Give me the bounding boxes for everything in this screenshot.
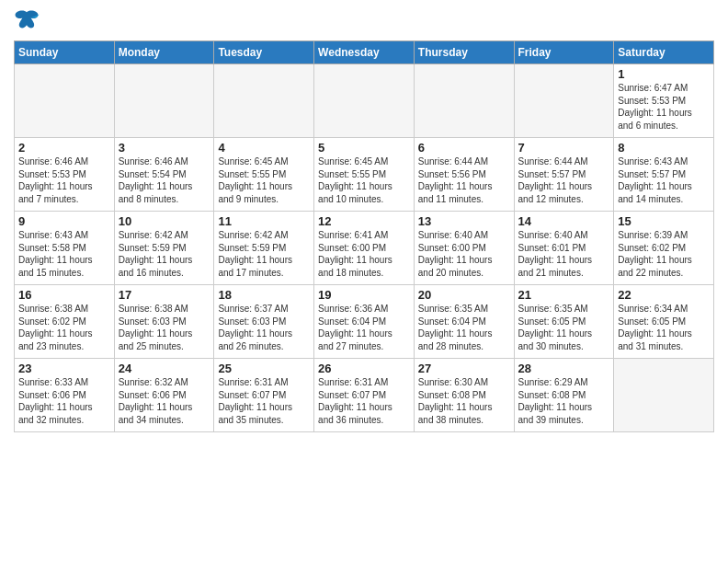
calendar-cell: 7Sunrise: 6:44 AM Sunset: 5:57 PM Daylig…: [514, 138, 614, 212]
day-info: Sunrise: 6:30 AM Sunset: 6:08 PM Dayligh…: [418, 376, 510, 426]
day-info: Sunrise: 6:42 AM Sunset: 5:59 PM Dayligh…: [119, 229, 210, 279]
day-number: 25: [218, 362, 310, 375]
logo: [14, 9, 41, 33]
calendar-cell: 16Sunrise: 6:38 AM Sunset: 6:02 PM Dayli…: [15, 285, 115, 359]
calendar-cell: [514, 64, 614, 138]
header: [14, 9, 714, 33]
day-number: 21: [518, 288, 610, 302]
day-number: 15: [618, 214, 710, 228]
logo-bird-icon: [14, 9, 40, 29]
day-info: Sunrise: 6:29 AM Sunset: 6:08 PM Dayligh…: [518, 376, 610, 426]
day-number: 17: [119, 288, 210, 302]
day-info: Sunrise: 6:38 AM Sunset: 6:02 PM Dayligh…: [18, 303, 110, 352]
day-number: 1: [618, 67, 710, 81]
day-number: 26: [318, 362, 410, 375]
day-number: 24: [119, 362, 210, 375]
day-number: 27: [418, 362, 510, 375]
weekday-header-thursday: Thursday: [414, 41, 514, 64]
day-info: Sunrise: 6:32 AM Sunset: 6:06 PM Dayligh…: [119, 376, 210, 426]
calendar-cell: 20Sunrise: 6:35 AM Sunset: 6:04 PM Dayli…: [414, 285, 514, 359]
calendar-cell: 28Sunrise: 6:29 AM Sunset: 6:08 PM Dayli…: [514, 359, 614, 432]
day-number: 22: [618, 288, 710, 302]
day-info: Sunrise: 6:35 AM Sunset: 6:04 PM Dayligh…: [418, 303, 510, 352]
calendar-cell: [214, 64, 314, 138]
calendar-cell: 22Sunrise: 6:34 AM Sunset: 6:05 PM Dayli…: [614, 285, 714, 359]
calendar-cell: 5Sunrise: 6:45 AM Sunset: 5:55 PM Daylig…: [314, 138, 415, 212]
day-info: Sunrise: 6:47 AM Sunset: 5:53 PM Dayligh…: [618, 82, 710, 132]
day-info: Sunrise: 6:43 AM Sunset: 5:57 PM Dayligh…: [618, 155, 710, 205]
day-info: Sunrise: 6:40 AM Sunset: 6:01 PM Dayligh…: [518, 229, 610, 279]
weekday-header-friday: Friday: [514, 41, 614, 64]
calendar-cell: 19Sunrise: 6:36 AM Sunset: 6:04 PM Dayli…: [314, 285, 415, 359]
calendar-cell: 4Sunrise: 6:45 AM Sunset: 5:55 PM Daylig…: [214, 138, 314, 212]
calendar-cell: 15Sunrise: 6:39 AM Sunset: 6:02 PM Dayli…: [614, 212, 714, 285]
day-info: Sunrise: 6:41 AM Sunset: 6:00 PM Dayligh…: [318, 229, 410, 279]
day-info: Sunrise: 6:44 AM Sunset: 5:56 PM Dayligh…: [418, 155, 510, 205]
day-info: Sunrise: 6:40 AM Sunset: 6:00 PM Dayligh…: [418, 229, 510, 279]
calendar-cell: 1Sunrise: 6:47 AM Sunset: 5:53 PM Daylig…: [614, 64, 714, 138]
day-number: 20: [418, 288, 510, 302]
week-row-5: 23Sunrise: 6:33 AM Sunset: 6:06 PM Dayli…: [15, 359, 714, 432]
day-info: Sunrise: 6:36 AM Sunset: 6:04 PM Dayligh…: [318, 303, 410, 352]
calendar-cell: 11Sunrise: 6:42 AM Sunset: 5:59 PM Dayli…: [214, 212, 314, 285]
calendar-cell: 13Sunrise: 6:40 AM Sunset: 6:00 PM Dayli…: [414, 212, 514, 285]
page: SundayMondayTuesdayWednesdayThursdayFrid…: [0, 0, 728, 442]
day-info: Sunrise: 6:44 AM Sunset: 5:57 PM Dayligh…: [518, 155, 610, 205]
day-number: 7: [518, 141, 610, 155]
day-number: 11: [218, 214, 310, 228]
calendar-cell: 2Sunrise: 6:46 AM Sunset: 5:53 PM Daylig…: [15, 138, 115, 212]
week-row-1: 1Sunrise: 6:47 AM Sunset: 5:53 PM Daylig…: [15, 64, 714, 138]
calendar-cell: 24Sunrise: 6:32 AM Sunset: 6:06 PM Dayli…: [114, 359, 214, 432]
day-info: Sunrise: 6:39 AM Sunset: 6:02 PM Dayligh…: [618, 229, 710, 279]
week-row-3: 9Sunrise: 6:43 AM Sunset: 5:58 PM Daylig…: [15, 212, 714, 285]
calendar-cell: 6Sunrise: 6:44 AM Sunset: 5:56 PM Daylig…: [414, 138, 514, 212]
calendar-cell: [314, 64, 415, 138]
week-row-4: 16Sunrise: 6:38 AM Sunset: 6:02 PM Dayli…: [15, 285, 714, 359]
day-number: 14: [518, 214, 610, 228]
day-info: Sunrise: 6:43 AM Sunset: 5:58 PM Dayligh…: [18, 229, 110, 279]
day-info: Sunrise: 6:42 AM Sunset: 5:59 PM Dayligh…: [218, 229, 310, 279]
day-number: 12: [318, 214, 410, 228]
weekday-header-monday: Monday: [114, 41, 214, 64]
calendar-cell: 26Sunrise: 6:31 AM Sunset: 6:07 PM Dayli…: [314, 359, 415, 432]
day-number: 4: [218, 141, 310, 155]
day-info: Sunrise: 6:45 AM Sunset: 5:55 PM Dayligh…: [218, 155, 310, 205]
calendar-cell: 21Sunrise: 6:35 AM Sunset: 6:05 PM Dayli…: [514, 285, 614, 359]
day-number: 16: [18, 288, 110, 302]
day-info: Sunrise: 6:37 AM Sunset: 6:03 PM Dayligh…: [218, 303, 310, 352]
calendar-cell: 3Sunrise: 6:46 AM Sunset: 5:54 PM Daylig…: [114, 138, 214, 212]
day-number: 9: [18, 214, 110, 228]
day-info: Sunrise: 6:46 AM Sunset: 5:53 PM Dayligh…: [18, 155, 110, 205]
day-number: 3: [119, 141, 210, 155]
calendar-cell: 23Sunrise: 6:33 AM Sunset: 6:06 PM Dayli…: [15, 359, 115, 432]
day-info: Sunrise: 6:34 AM Sunset: 6:05 PM Dayligh…: [618, 303, 710, 352]
day-number: 2: [18, 141, 110, 155]
day-number: 10: [119, 214, 210, 228]
calendar-cell: 14Sunrise: 6:40 AM Sunset: 6:01 PM Dayli…: [514, 212, 614, 285]
day-info: Sunrise: 6:46 AM Sunset: 5:54 PM Dayligh…: [119, 155, 210, 205]
weekday-header-sunday: Sunday: [15, 41, 115, 64]
calendar-cell: 10Sunrise: 6:42 AM Sunset: 5:59 PM Dayli…: [114, 212, 214, 285]
weekday-header-tuesday: Tuesday: [214, 41, 314, 64]
calendar-table: SundayMondayTuesdayWednesdayThursdayFrid…: [14, 40, 714, 432]
day-info: Sunrise: 6:31 AM Sunset: 6:07 PM Dayligh…: [318, 376, 410, 426]
day-number: 23: [18, 362, 110, 375]
calendar-cell: 18Sunrise: 6:37 AM Sunset: 6:03 PM Dayli…: [214, 285, 314, 359]
day-info: Sunrise: 6:31 AM Sunset: 6:07 PM Dayligh…: [218, 376, 310, 426]
calendar-cell: 17Sunrise: 6:38 AM Sunset: 6:03 PM Dayli…: [114, 285, 214, 359]
calendar-cell: 12Sunrise: 6:41 AM Sunset: 6:00 PM Dayli…: [314, 212, 415, 285]
calendar-cell: 8Sunrise: 6:43 AM Sunset: 5:57 PM Daylig…: [614, 138, 714, 212]
weekday-header-wednesday: Wednesday: [314, 41, 415, 64]
calendar-cell: [414, 64, 514, 138]
day-info: Sunrise: 6:35 AM Sunset: 6:05 PM Dayligh…: [518, 303, 610, 352]
day-number: 18: [218, 288, 310, 302]
day-number: 19: [318, 288, 410, 302]
calendar-cell: 27Sunrise: 6:30 AM Sunset: 6:08 PM Dayli…: [414, 359, 514, 432]
day-number: 28: [518, 362, 610, 375]
weekday-header-saturday: Saturday: [614, 41, 714, 64]
day-info: Sunrise: 6:33 AM Sunset: 6:06 PM Dayligh…: [18, 376, 110, 426]
day-number: 13: [418, 214, 510, 228]
week-row-2: 2Sunrise: 6:46 AM Sunset: 5:53 PM Daylig…: [15, 138, 714, 212]
day-number: 5: [318, 141, 410, 155]
day-number: 6: [418, 141, 510, 155]
